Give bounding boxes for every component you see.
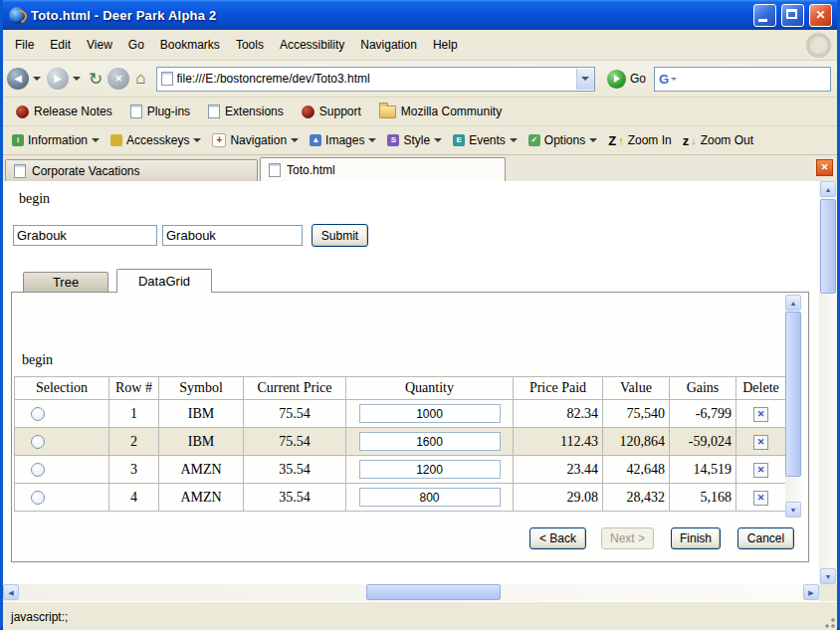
devbar-options[interactable]: ✓ Options xyxy=(524,131,602,149)
menu-bookmarks[interactable]: Bookmarks xyxy=(152,34,228,56)
quantity-input[interactable] xyxy=(359,488,501,507)
url-text[interactable]: file:///E:/bostoncreme/dev/Toto3.html xyxy=(177,72,576,86)
search-input[interactable] xyxy=(679,69,826,89)
menu-edit[interactable]: Edit xyxy=(42,34,79,56)
col-header-price-paid: Price Paid xyxy=(514,377,603,400)
information-icon: i xyxy=(12,134,24,146)
reload-icon[interactable]: ↻ xyxy=(87,69,105,90)
chevron-down-icon xyxy=(510,138,518,142)
devbar-information[interactable]: i Information xyxy=(7,131,105,149)
col-header-gains: Gains xyxy=(670,377,736,400)
bookmark-support[interactable]: Support xyxy=(295,103,368,120)
devbar-label: Navigation xyxy=(230,133,287,147)
bookmark-mozilla-community[interactable]: Mozilla Community xyxy=(372,103,509,120)
back-button[interactable]: ◀ xyxy=(7,68,29,90)
minimize-button[interactable] xyxy=(753,4,776,27)
cell-current-price: 75.54 xyxy=(244,400,346,428)
stop-icon[interactable]: ✕ xyxy=(107,68,129,90)
page-viewport: begin Submit Tree DataGrid begin xyxy=(3,181,819,584)
finish-button[interactable]: Finish xyxy=(671,527,721,549)
devbar-accesskeys[interactable]: Accesskeys xyxy=(105,131,206,149)
menu-view[interactable]: View xyxy=(79,34,120,56)
devbar-label: Zoom In xyxy=(628,133,672,147)
next-button: Next > xyxy=(601,527,654,549)
scroll-down-icon[interactable]: ▼ xyxy=(820,568,836,584)
menu-navigation[interactable]: Navigation xyxy=(352,34,425,56)
delete-icon[interactable]: ✕ xyxy=(753,463,768,478)
search-engine-dropdown-icon[interactable] xyxy=(671,78,677,81)
bookmark-label: Extensions xyxy=(225,105,284,118)
url-dropdown-button[interactable] xyxy=(576,69,594,90)
data-grid-table: Selection Row # Symbol Current Price Qua… xyxy=(14,376,786,512)
grid-text-begin: begin xyxy=(22,352,53,368)
tab-tree[interactable]: Tree xyxy=(23,272,108,293)
cell-gains: 14,519 xyxy=(670,456,736,484)
bookmark-extensions[interactable]: Extensions xyxy=(201,103,291,120)
scroll-down-icon[interactable]: ▼ xyxy=(785,502,801,518)
scroll-left-icon[interactable]: ◀ xyxy=(3,584,19,600)
horizontal-scrollbar-thumb[interactable] xyxy=(366,584,501,600)
tab-datagrid[interactable]: DataGrid xyxy=(116,269,212,293)
back-dropdown-icon[interactable] xyxy=(33,77,41,81)
scroll-right-icon[interactable]: ▶ xyxy=(803,584,819,600)
devbar-zoom-in[interactable]: Z ↑ Zoom In xyxy=(603,131,676,150)
menu-go[interactable]: Go xyxy=(120,34,152,56)
panel-vertical-scrollbar[interactable]: ▲ ▼ xyxy=(785,295,802,518)
bookmark-plugins[interactable]: Plug-ins xyxy=(123,103,197,120)
devbar-label: Zoom Out xyxy=(701,133,753,147)
menu-accessibility[interactable]: Accessibility xyxy=(272,34,352,56)
devbar-style[interactable]: S Style xyxy=(382,131,447,149)
cell-symbol: AMZN xyxy=(159,484,244,512)
quantity-input[interactable] xyxy=(359,404,501,423)
menu-help[interactable]: Help xyxy=(425,34,466,56)
text-field-2[interactable] xyxy=(162,225,303,246)
url-bar[interactable]: file:///E:/bostoncreme/dev/Toto3.html xyxy=(156,67,595,92)
delete-icon[interactable]: ✕ xyxy=(753,407,768,422)
delete-icon[interactable]: ✕ xyxy=(753,491,768,506)
menu-file[interactable]: File xyxy=(7,34,42,56)
devbar-label: Information xyxy=(28,133,88,147)
forward-dropdown-icon[interactable] xyxy=(73,77,81,81)
browser-tab-corporate-vacations[interactable]: Corporate Vacations xyxy=(5,159,258,181)
row-radio[interactable] xyxy=(31,491,45,505)
menu-tools[interactable]: Tools xyxy=(228,34,272,56)
quantity-input[interactable] xyxy=(359,460,501,479)
table-row: 1 IBM 75.54 82.34 75,540 -6,799 ✕ xyxy=(15,400,786,428)
row-radio[interactable] xyxy=(31,463,45,477)
resize-grip[interactable] xyxy=(822,615,836,629)
home-icon[interactable]: ⌂ xyxy=(132,69,148,89)
quantity-input[interactable] xyxy=(359,432,501,451)
devbar-images[interactable]: ▲ Images xyxy=(305,131,381,149)
scroll-up-icon[interactable]: ▲ xyxy=(820,181,836,197)
devbar-navigation[interactable]: + Navigation xyxy=(207,131,304,149)
main-horizontal-scrollbar[interactable]: ◀ ▶ xyxy=(3,584,819,601)
cell-price-paid: 29.08 xyxy=(514,484,603,512)
search-bar[interactable]: G xyxy=(654,67,831,92)
row-radio[interactable] xyxy=(31,435,45,449)
devbar-events[interactable]: E Events xyxy=(448,131,523,149)
scroll-up-icon[interactable]: ▲ xyxy=(785,295,801,311)
devbar-label: Events xyxy=(469,133,506,147)
row-radio[interactable] xyxy=(31,407,45,421)
main-vertical-scrollbar[interactable]: ▲ ▼ xyxy=(819,181,837,584)
go-button[interactable]: Go xyxy=(602,70,651,89)
submit-button[interactable]: Submit xyxy=(312,224,368,247)
devbar-label: Accesskeys xyxy=(126,133,189,147)
cancel-button[interactable]: Cancel xyxy=(737,527,794,549)
browser-tab-toto[interactable]: Toto.html xyxy=(260,157,506,181)
go-icon xyxy=(607,70,626,89)
devbar-zoom-out[interactable]: z ↓ Zoom Out xyxy=(678,131,758,150)
delete-icon[interactable]: ✕ xyxy=(753,435,768,450)
bookmark-label: Support xyxy=(319,105,361,118)
bookmark-release-notes[interactable]: Release Notes xyxy=(9,103,119,120)
maximize-button[interactable] xyxy=(781,4,804,27)
panel-scrollbar-thumb[interactable] xyxy=(785,312,801,477)
back-button-wizard[interactable]: < Back xyxy=(529,527,586,549)
text-field-1[interactable] xyxy=(13,225,157,246)
tab-close-button[interactable]: ✕ xyxy=(816,159,833,176)
close-button[interactable]: ✕ xyxy=(809,4,832,27)
search-engine-icon[interactable]: G xyxy=(659,72,669,87)
bookmarks-toolbar: Release Notes Plug-ins Extensions Suppor… xyxy=(3,98,837,126)
forward-button[interactable]: ▶ xyxy=(47,68,69,90)
main-scrollbar-thumb[interactable] xyxy=(820,199,836,294)
